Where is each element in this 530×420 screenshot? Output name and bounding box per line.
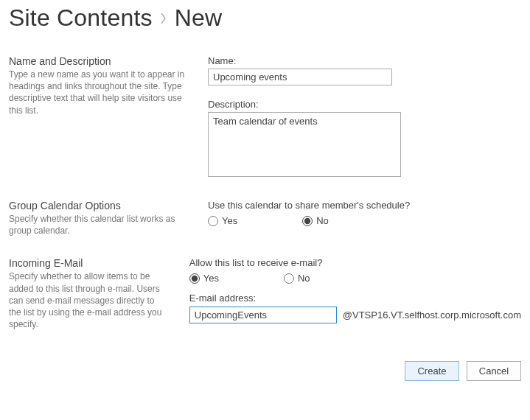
description-label: Description: — [208, 99, 521, 110]
name-label: Name: — [208, 55, 521, 66]
group-calendar-question: Use this calendar to share member's sche… — [208, 200, 521, 211]
section-title: Group Calendar Options — [9, 200, 187, 211]
radio-no[interactable] — [284, 273, 294, 284]
section-name-description: Name and Description Type a new name as … — [9, 43, 521, 179]
name-input[interactable] — [208, 69, 392, 85]
create-button[interactable]: Create — [405, 361, 459, 381]
chevron-right-icon — [160, 12, 167, 25]
radio-yes[interactable] — [208, 216, 218, 226]
button-row: Create Cancel — [0, 339, 530, 390]
breadcrumb: Site Contents New — [9, 4, 521, 32]
section-incoming-email: Incoming E-Mail Specify whether to allow… — [9, 237, 521, 330]
radio-no[interactable] — [302, 216, 313, 226]
breadcrumb-current: New — [175, 4, 223, 32]
email-address-label: E-mail address: — [189, 293, 521, 304]
radio-yes[interactable] — [189, 273, 200, 284]
radio-no-label: No — [316, 215, 329, 226]
email-no[interactable]: No — [284, 273, 310, 284]
email-question: Allow this list to receive e-mail? — [189, 257, 521, 268]
group-calendar-no[interactable]: No — [302, 215, 329, 226]
group-calendar-yes[interactable]: Yes — [208, 215, 237, 226]
section-description: Specify whether to allow items to be add… — [9, 270, 169, 330]
radio-no-label: No — [298, 273, 310, 284]
section-title: Name and Description — [9, 55, 187, 67]
radio-yes-label: Yes — [203, 273, 219, 284]
section-description: Specify whether this calendar list works… — [9, 213, 187, 237]
section-description: Type a new name as you want it to appear… — [9, 69, 187, 116]
email-domain-suffix: @VTSP16.VT.selfhost.corp.microsoft.com — [343, 309, 521, 321]
cancel-button[interactable]: Cancel — [467, 361, 521, 381]
breadcrumb-parent[interactable]: Site Contents — [9, 4, 153, 32]
description-textarea[interactable] — [208, 112, 401, 177]
section-title: Incoming E-Mail — [9, 257, 169, 269]
email-address-input[interactable] — [189, 307, 337, 323]
section-group-calendar: Group Calendar Options Specify whether t… — [9, 179, 521, 237]
radio-yes-label: Yes — [222, 215, 237, 226]
email-yes[interactable]: Yes — [189, 273, 219, 284]
page-header: Site Contents New — [0, 0, 530, 43]
